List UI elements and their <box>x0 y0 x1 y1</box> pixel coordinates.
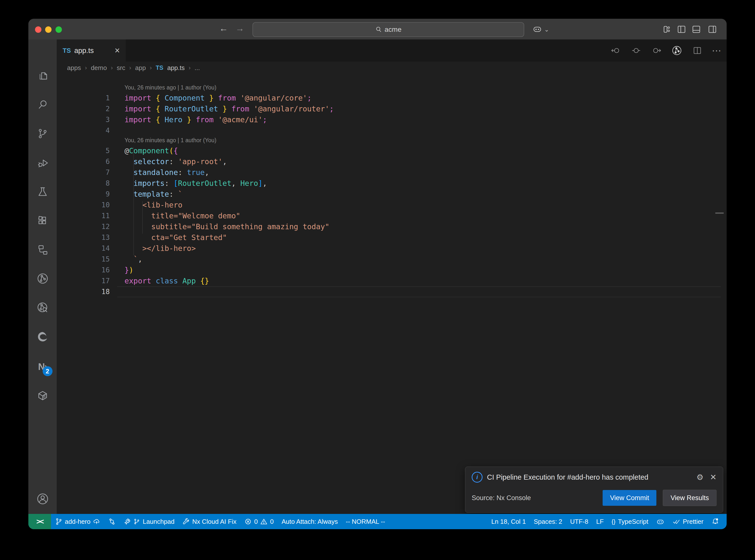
code-line-9[interactable]: 9 template: ` <box>57 189 727 200</box>
project-structure-icon[interactable] <box>36 243 49 257</box>
line-number: 9 <box>57 189 110 200</box>
cursor-position-item[interactable]: Ln 18, Col 1 <box>487 518 530 525</box>
typescript-file-icon: TS <box>63 47 71 55</box>
notifications-bell-item[interactable] <box>708 518 723 525</box>
notification-settings-gear-icon[interactable]: ⚙ <box>697 473 704 482</box>
code-line-6[interactable]: 6 selector: 'app-root', <box>57 156 727 167</box>
more-actions-icon[interactable]: ⋯ <box>712 45 722 56</box>
notification-source: Source: Nx Console <box>472 494 596 502</box>
code-line-8[interactable]: 8 imports: [RouterOutlet, Hero], <box>57 178 727 189</box>
extensions-icon[interactable] <box>36 214 49 228</box>
remote-indicator[interactable]: >< <box>28 514 51 529</box>
nav-forward-circle-icon[interactable] <box>651 45 662 56</box>
breadcrumb-item[interactable]: apps <box>67 64 81 72</box>
notification-close-icon[interactable]: ✕ <box>710 473 717 482</box>
launchpad-item[interactable]: Launchpad <box>120 518 179 525</box>
code-line-11[interactable]: 11 title="Welcmoe demo" <box>57 211 727 221</box>
breadcrumb-item[interactable]: demo <box>91 64 107 72</box>
git-branch-item[interactable]: add-hero <box>51 518 104 525</box>
nx-console-icon[interactable]: N› 2 <box>36 360 49 374</box>
line-number: 13 <box>57 232 110 243</box>
forward-arrow-icon[interactable]: → <box>234 23 246 34</box>
code-line-17[interactable]: 17export class App {} <box>57 276 727 286</box>
nav-back-circle-icon[interactable] <box>610 45 622 56</box>
edge-tools-icon[interactable] <box>36 330 49 344</box>
code-line-15[interactable]: 15 `, <box>57 254 727 265</box>
nx-graph-search-icon[interactable] <box>36 301 49 315</box>
zoom-window-button[interactable] <box>56 26 62 33</box>
status-bar: >< add-hero Launchpad Nx Cloud AI Fix 0 … <box>28 514 727 529</box>
line-number: 14 <box>57 243 110 254</box>
back-arrow-icon[interactable]: ← <box>218 23 230 34</box>
account-icon[interactable] <box>36 492 49 506</box>
testing-icon[interactable] <box>36 185 49 199</box>
tab-strip: TS app.ts × ⋯ <box>57 39 727 62</box>
code-line-7[interactable]: 7 standalone: true, <box>57 167 727 178</box>
double-check-icon <box>672 518 680 525</box>
problems-item[interactable]: 0 0 <box>240 518 278 525</box>
command-center-search[interactable]: acme <box>253 22 524 37</box>
code-line-12[interactable]: 12 subtitle="Build something amazing tod… <box>57 221 727 232</box>
compare-changes-item[interactable] <box>104 518 120 525</box>
nav-current-circle-icon[interactable] <box>631 45 642 56</box>
line-number: 16 <box>57 265 110 276</box>
breadcrumb-item[interactable]: src <box>117 64 125 72</box>
indentation-item[interactable]: Spaces: 2 <box>530 518 567 525</box>
nx-graph-action-icon[interactable] <box>671 45 683 57</box>
breadcrumb-item[interactable]: app <box>135 64 146 72</box>
nx-graph-icon[interactable] <box>36 272 49 285</box>
view-results-button[interactable]: View Results <box>663 490 717 506</box>
code-line-2[interactable]: 2import { RouterOutlet } from '@angular/… <box>57 103 727 114</box>
line-number: 6 <box>57 156 110 167</box>
code-line-13[interactable]: 13 cta="Get Started" <box>57 232 727 243</box>
code-line-14[interactable]: 14 ></lib-hero> <box>57 243 727 254</box>
split-editor-icon[interactable] <box>692 45 703 56</box>
tab-app-ts[interactable]: TS app.ts × <box>57 39 126 62</box>
breadcrumb-item[interactable]: ... <box>195 64 200 72</box>
close-window-button[interactable] <box>35 26 41 33</box>
editor-actions: ⋯ <box>610 39 722 62</box>
code-line-1[interactable]: 1import { Component } from '@angular/cor… <box>57 93 727 103</box>
explorer-icon[interactable] <box>36 68 49 82</box>
copilot-status-item[interactable] <box>652 517 669 526</box>
line-number: 3 <box>57 114 110 125</box>
auto-attach-item[interactable]: Auto Attach: Always <box>278 518 342 525</box>
line-number: 12 <box>57 221 110 232</box>
formatter-item[interactable]: Prettier <box>669 518 708 525</box>
code-line-4[interactable]: 4 <box>57 125 727 136</box>
run-debug-icon[interactable] <box>36 156 49 169</box>
breadcrumb-item[interactable]: app.ts <box>167 64 185 72</box>
toggle-panel-icon[interactable] <box>691 24 702 35</box>
nx-cloud-ai-fix-item[interactable]: Nx Cloud AI Fix <box>179 518 240 525</box>
source-control-icon[interactable] <box>36 127 49 140</box>
toggle-secondary-sidebar-icon[interactable] <box>707 24 718 35</box>
line-number: 18 <box>57 286 110 297</box>
language-mode-item[interactable]: {} TypeScript <box>608 518 652 525</box>
toggle-sidebar-icon[interactable] <box>676 24 687 35</box>
compare-changes-icon <box>108 518 116 525</box>
chevron-down-icon[interactable]: ⌄ <box>544 26 549 33</box>
close-tab-icon[interactable]: × <box>115 46 120 55</box>
code-editor[interactable]: You, 26 minutes ago | 1 author (You)1imp… <box>57 74 727 514</box>
eol-item[interactable]: LF <box>592 518 608 525</box>
search-icon[interactable] <box>36 98 49 112</box>
customize-layout-icon[interactable] <box>661 24 672 35</box>
code-line-5[interactable]: 5@Component({ <box>57 145 727 156</box>
copilot-icon <box>656 517 664 526</box>
line-number: 8 <box>57 178 110 189</box>
vim-mode-item[interactable]: -- NORMAL -- <box>342 518 389 525</box>
indent-guide <box>142 201 143 234</box>
line-number: 4 <box>57 125 110 136</box>
container-icon[interactable] <box>36 388 49 402</box>
search-value: acme <box>385 26 401 34</box>
encoding-item[interactable]: UTF-8 <box>566 518 592 525</box>
view-commit-button[interactable]: View Commit <box>603 490 657 506</box>
error-count: 0 <box>254 518 258 525</box>
code-line-18[interactable]: 18 <box>57 286 727 297</box>
copilot-icon[interactable] <box>532 24 543 35</box>
code-line-16[interactable]: 16}) <box>57 265 727 276</box>
braces-icon: {} <box>612 518 615 525</box>
minimize-window-button[interactable] <box>45 26 52 33</box>
code-line-3[interactable]: 3import { Hero } from '@acme/ui'; <box>57 114 727 125</box>
code-line-10[interactable]: 10 <lib-hero <box>57 200 727 211</box>
